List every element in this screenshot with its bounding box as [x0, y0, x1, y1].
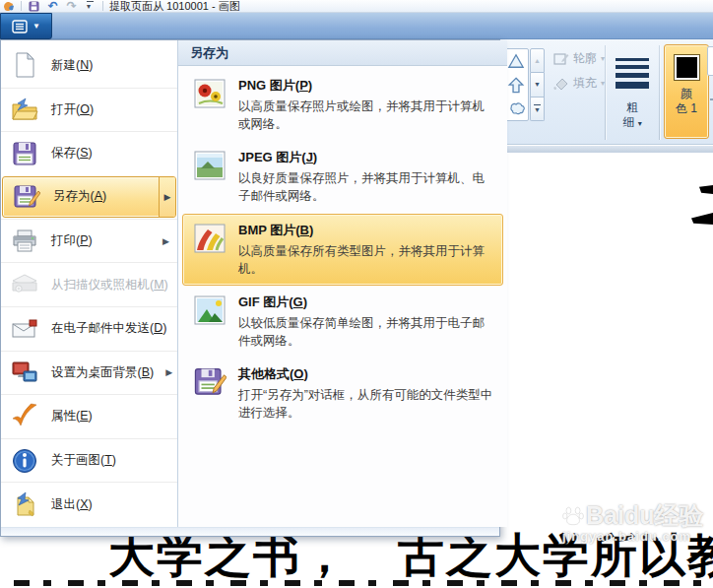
chevron-down-icon: ▾ [638, 119, 642, 128]
gif-icon [192, 294, 227, 350]
ribbon-tab-strip: ▼ [0, 13, 713, 39]
saveas-item-other[interactable]: 其他格式(O)打开“另存为”对话框，从所有可能的文件类型中进行选择。 [182, 358, 503, 429]
outline-label: 轮廓 [573, 50, 597, 67]
saveas-item-png[interactable]: PNG 图片(P)以高质量保存照片或绘图，并将其用于计算机或网络。 [182, 69, 503, 141]
menu-item-open[interactable]: 打开(O) [1, 88, 177, 132]
menu-footer-strip [1, 527, 499, 536]
ribbon-shapes-colors-area: ▲ ▼ ▼ 轮廓 ▾ 填充 ▾ 粗 细 ▾ 颜 色 1 [499, 39, 713, 145]
png-icon [192, 77, 227, 133]
redo-icon[interactable]: ↷ [65, 1, 78, 12]
size-button[interactable]: 粗 细 ▾ [610, 44, 655, 139]
other-format-icon [192, 365, 227, 422]
menu-item-label: 退出(X) [51, 496, 93, 513]
saveas-item-text: PNG 图片(P)以高质量保存照片或绘图，并将其用于计算机或网络。 [238, 77, 496, 133]
quick-save-icon[interactable] [28, 1, 40, 12]
saveas-item-text: JPEG 图片(J)以良好质量保存照片，并将其用于计算机、电子邮件或网络。 [238, 149, 496, 205]
canvas-top-band [499, 146, 713, 153]
separator [21, 1, 22, 11]
menu-list-icon [12, 20, 28, 33]
save-icon [10, 139, 39, 168]
color1-swatch [674, 54, 700, 81]
separator [102, 1, 103, 11]
line-thickness-icon [616, 58, 649, 89]
color2-button-edge[interactable] [707, 46, 713, 76]
menu-item-label: 从扫描仪或照相机(M) [51, 277, 168, 294]
shapes-scroll-down-button[interactable]: ▼ [530, 73, 545, 97]
menu-item-label: 设置为桌面背景(B) [51, 364, 154, 381]
baidu-paw-icon [562, 505, 584, 527]
menu-item-about[interactable]: 关于画图(T) [1, 438, 177, 483]
print-icon [10, 227, 39, 256]
size-label-line1: 粗 [626, 100, 638, 115]
saveas-item-title: JPEG 图片(J) [238, 149, 496, 166]
chevron-down-icon: ▼ [32, 22, 40, 31]
menu-item-label: 新建(N) [51, 57, 93, 74]
saveas-item-description: 打开“另存为”对话框，从所有可能的文件类型中进行选择。 [238, 386, 496, 422]
saveas-item-description: 以良好质量保存照片，并将其用于计算机、电子邮件或网络。 [238, 169, 496, 205]
shapes-scroll-up-button[interactable]: ▲ [530, 48, 545, 73]
color1-button[interactable]: 颜 色 1 [664, 44, 709, 139]
menu-item-label: 打印(P) [51, 232, 93, 249]
menu-item-label: 属性(E) [51, 408, 93, 425]
open-folder-icon [10, 95, 39, 124]
watermark-url: jingyan.baidu.com [562, 530, 713, 544]
menu-item-label: 在电子邮件中发送(D) [51, 320, 166, 337]
customize-toolbar-icon[interactable]: ▾ [84, 1, 97, 12]
color1-label-line2: 色 1 [676, 101, 697, 116]
menu-item-email[interactable]: 在电子邮件中发送(D) [1, 306, 177, 351]
menu-item-save[interactable]: 保存(S) [1, 131, 177, 175]
submenu-arrow-icon[interactable]: ▶ [159, 177, 175, 217]
triangle-shape-icon[interactable] [506, 51, 526, 71]
fill-bucket-icon [553, 77, 569, 91]
menu-item-new[interactable]: 新建(N) [1, 43, 177, 88]
undo-icon[interactable]: ↶ [46, 1, 59, 12]
fill-label: 填充 [573, 75, 597, 92]
saveas-item-title: GIF 图片(G) [238, 294, 496, 311]
saveas-item-text: GIF 图片(G)以较低质量保存简单绘图，并将其用于电子邮件或网络。 [238, 294, 496, 350]
menu-item-label: 保存(S) [51, 145, 93, 162]
watermark-brand: Baidu经验 [586, 502, 703, 530]
submenu-arrow-icon: ▶ [165, 367, 176, 377]
saveas-item-bmp[interactable]: BMP 图片(B)以高质量保存所有类型图片，并将其用于计算机。 [182, 214, 503, 286]
file-menu-popup: 新建(N)打开(O)保存(S)另存为(A)▶打印(P)▶从扫描仪或照相机(M)在… [0, 39, 500, 537]
submenu-arrow-icon: ▶ [162, 236, 173, 246]
size-label-line2: 细 [622, 115, 634, 129]
paint-app-window: ↶ ↷ ▾ 提取页面从 1010001 - 画图 ▼ ▲ ▼ ▼ [0, 0, 713, 588]
saveas-item-gif[interactable]: GIF 图片(G)以较低质量保存简单绘图，并将其用于电子邮件或网络。 [182, 286, 503, 358]
menu-item-scanner: 从扫描仪或照相机(M) [1, 262, 177, 306]
saveas-item-title: PNG 图片(P) [238, 77, 496, 95]
menu-item-desktop-bg[interactable]: 设置为桌面背景(B)▶ [1, 351, 177, 395]
outline-pencil-icon [553, 52, 569, 66]
shapes-more-button[interactable]: ▼ [530, 98, 545, 121]
submenu-header: 另存为 [178, 40, 507, 66]
saveas-item-description: 以较低质量保存简单绘图，并将其用于电子邮件或网络。 [238, 314, 496, 350]
fill-button[interactable]: 填充 ▾ [553, 75, 605, 92]
saveas-item-text: BMP 图片(B)以高质量保存所有类型图片，并将其用于计算机。 [238, 222, 496, 278]
saveas-item-jpeg[interactable]: JPEG 图片(J)以良好质量保存照片，并将其用于计算机、电子邮件或网络。 [182, 141, 503, 213]
save-as-submenu-pane: 另存为 PNG 图片(P)以高质量保存照片或绘图，并将其用于计算机或网络。JPE… [177, 40, 507, 527]
menu-item-save-as[interactable]: 另存为(A)▶ [2, 176, 176, 218]
saveas-item-text: 其他格式(O)打开“另存为”对话框，从所有可能的文件类型中进行选择。 [238, 365, 496, 422]
save-as-options-list: PNG 图片(P)以高质量保存照片或绘图，并将其用于计算机或网络。JPEG 图片… [178, 66, 507, 432]
window-title: 提取页面从 1010001 - 画图 [109, 0, 240, 13]
group-separator [605, 45, 606, 140]
exit-icon [10, 490, 39, 519]
title-bar: ↶ ↷ ▾ 提取页面从 1010001 - 画图 [0, 0, 713, 13]
canvas-text-fragment [699, 185, 713, 194]
application-menu-button[interactable]: ▼ [0, 13, 52, 39]
email-icon [10, 314, 39, 344]
group-separator [659, 45, 660, 140]
menu-item-print[interactable]: 打印(P)▶ [1, 219, 177, 263]
saveas-item-description: 以高质量保存照片或绘图，并将其用于计算机或网络。 [238, 98, 496, 133]
jpeg-icon [192, 149, 227, 205]
cloud-callout-shape-icon[interactable] [506, 98, 526, 118]
menu-item-exit[interactable]: 退出(X) [1, 482, 177, 526]
shapes-scrollbar: ▲ ▼ ▼ [530, 48, 545, 121]
saveas-item-title: 其他格式(O) [238, 365, 496, 383]
up-arrow-shape-icon[interactable] [506, 75, 526, 95]
about-icon [10, 446, 39, 476]
menu-item-properties[interactable]: 属性(E) [1, 394, 177, 438]
outline-button[interactable]: 轮廓 ▾ [553, 50, 605, 67]
menu-item-label: 另存为(A) [53, 188, 106, 205]
paint-logo-icon [2, 1, 15, 12]
